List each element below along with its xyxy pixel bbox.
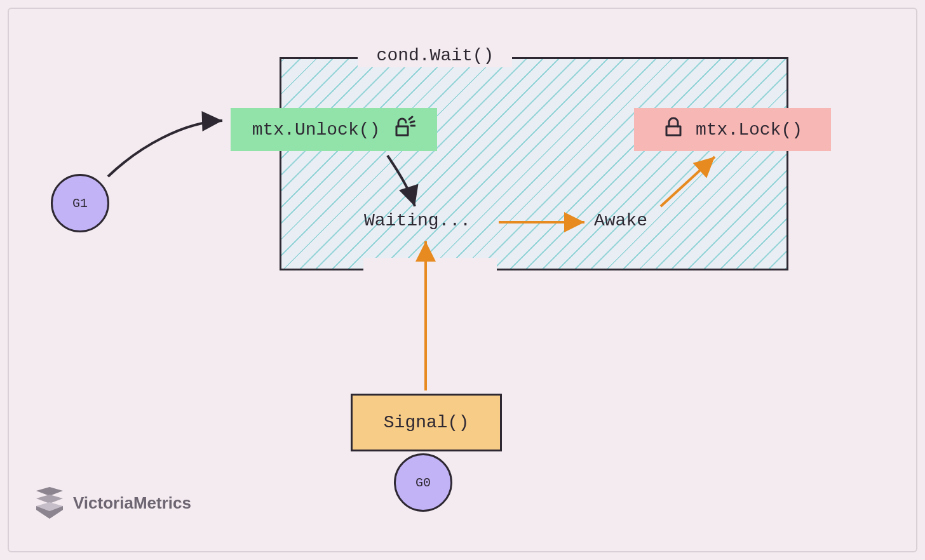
goroutine-g0: G0 [394,453,452,512]
g1-label: G1 [72,196,88,211]
unlock-icon [391,115,415,144]
brand-label: VictoriaMetrics [73,493,191,513]
g0-label: G0 [415,476,431,490]
signal-box: Signal() [351,394,502,451]
victoriametrics-logo: VictoriaMetrics [35,487,191,519]
waiting-label: Waiting... [364,211,471,230]
mtx-lock-label: mtx.Lock() [696,120,802,140]
mtx-unlock-box: mtx.Unlock() [231,108,437,151]
arrow-signal-to-waiting [413,235,438,397]
signal-label: Signal() [384,413,469,432]
arrow-waiting-to-awake [496,213,594,232]
cond-wait-title: cond.Wait() [359,46,511,65]
arrow-g1-to-unlock [95,108,241,197]
svg-line-1 [410,121,414,123]
arrow-unlock-to-waiting [378,152,435,216]
mtx-unlock-label: mtx.Unlock() [252,120,381,140]
svg-line-4 [661,157,715,206]
logo-icon [35,487,64,519]
mtx-lock-box: mtx.Lock() [634,108,831,151]
arrow-awake-to-lock [654,149,724,213]
svg-line-0 [409,117,412,119]
awake-label: Awake [594,211,647,230]
lock-icon [663,115,684,144]
